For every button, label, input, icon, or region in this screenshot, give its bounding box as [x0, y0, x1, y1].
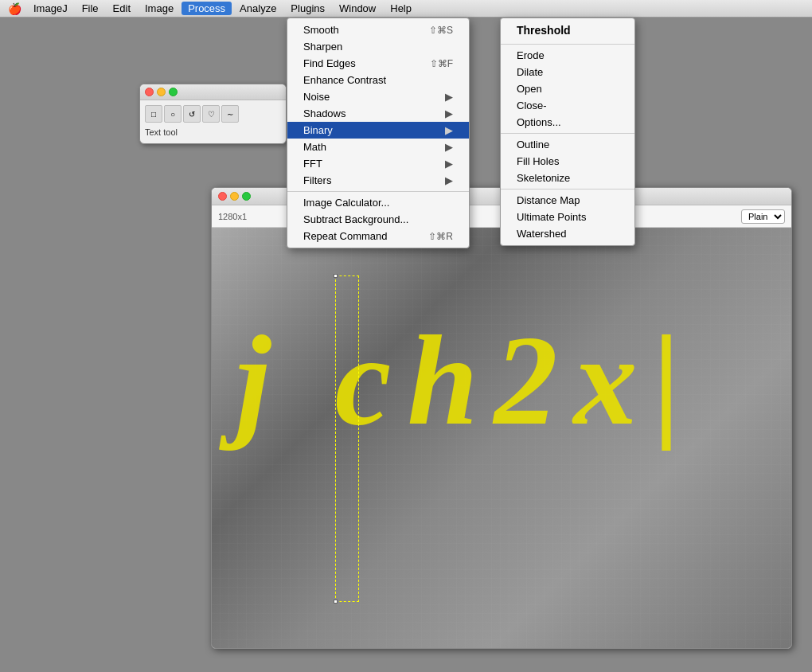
submenu-sep-1	[501, 44, 634, 45]
submenu-erode[interactable]: Erode	[501, 47, 634, 64]
tool-window: □ ○ ↺ ♡ ∼ Text tool	[139, 84, 287, 144]
maximize-button[interactable]	[169, 88, 178, 96]
menu-edit[interactable]: Edit	[107, 2, 137, 15]
selection-box[interactable]	[335, 275, 359, 602]
submenu-skeletonize[interactable]: Skeletonize	[501, 170, 634, 186]
menu-image[interactable]: Image	[139, 2, 180, 15]
menu-shadows[interactable]: Shadows ▶	[287, 105, 469, 122]
minimize-button[interactable]	[157, 88, 166, 96]
rotate-tool[interactable]: ↺	[183, 105, 201, 123]
menu-analyze[interactable]: Analyze	[233, 2, 283, 15]
menu-noise[interactable]: Noise ▶	[287, 88, 469, 105]
menubar: 🍎 ImageJ File Edit Image Process Analyze…	[0, 0, 812, 18]
rect-tool[interactable]: □	[145, 105, 162, 123]
menu-file[interactable]: File	[76, 2, 105, 15]
submenu-fill-holes[interactable]: Fill Holes	[501, 153, 634, 170]
image-window: 1280x1 Plain j ch2x|	[211, 187, 792, 649]
menu-smooth[interactable]: Smooth ⇧⌘S	[287, 21, 469, 38]
submenu-distance-map[interactable]: Distance Map	[501, 192, 634, 209]
menu-fft[interactable]: FFT ▶	[287, 155, 469, 172]
submenu-sep-3	[501, 189, 634, 189]
close-button[interactable]	[145, 88, 154, 96]
menu-sharpen[interactable]: Sharpen	[287, 38, 469, 55]
img-maximize-button[interactable]	[242, 192, 251, 201]
apple-menu[interactable]: 🍎	[6, 1, 22, 17]
menu-repeat-command[interactable]: Repeat Command ⇧⌘R	[287, 228, 469, 244]
tool-label: Text tool	[145, 126, 281, 139]
menu-image-calculator[interactable]: Image Calculator...	[287, 194, 469, 211]
submenu-sep-2	[501, 133, 634, 134]
menu-find-edges[interactable]: Find Edges ⇧⌘F	[287, 55, 469, 72]
menu-subtract-background[interactable]: Subtract Background...	[287, 211, 469, 228]
menu-math[interactable]: Math ▶	[287, 139, 469, 155]
submenu-close[interactable]: Close-	[501, 97, 634, 114]
oval-tool[interactable]: ○	[164, 105, 182, 123]
image-type-select[interactable]: Plain	[741, 209, 785, 224]
submenu-outline[interactable]: Outline	[501, 136, 634, 153]
selection-handle-bl[interactable]	[334, 600, 338, 604]
wave-tool[interactable]: ∼	[221, 105, 239, 123]
submenu-threshold[interactable]: Threshold	[501, 21, 634, 41]
menu-separator-1	[287, 191, 469, 192]
menu-imagej[interactable]: ImageJ	[27, 2, 74, 15]
menu-binary[interactable]: Binary ▶	[287, 122, 469, 139]
img-close-button[interactable]	[218, 192, 227, 201]
menu-process[interactable]: Process	[182, 2, 232, 15]
menu-plugins[interactable]: Plugins	[284, 2, 331, 15]
submenu-options[interactable]: Options...	[501, 114, 634, 131]
menu-enhance-contrast[interactable]: Enhance Contrast	[287, 72, 469, 88]
menu-help[interactable]: Help	[384, 2, 418, 15]
apple-icon: 🍎	[8, 2, 21, 15]
image-dimensions: 1280x1	[218, 212, 247, 221]
menu-window[interactable]: Window	[333, 2, 382, 15]
binary-submenu: Threshold Erode Dilate Open Close- Optio…	[500, 18, 635, 246]
selection-handle-tl[interactable]	[334, 274, 338, 278]
heart-tool[interactable]: ♡	[202, 105, 220, 123]
image-yellow-text: j ch2x|	[236, 307, 697, 455]
submenu-ultimate-points[interactable]: Ultimate Points	[501, 209, 634, 225]
img-minimize-button[interactable]	[230, 192, 239, 201]
image-canvas: j ch2x|	[212, 228, 791, 648]
submenu-dilate[interactable]: Dilate	[501, 64, 634, 80]
menu-filters[interactable]: Filters ▶	[287, 172, 469, 189]
tool-window-titlebar	[140, 84, 286, 100]
submenu-open[interactable]: Open	[501, 80, 634, 97]
process-dropdown: Smooth ⇧⌘S Sharpen Find Edges ⇧⌘F Enhanc…	[287, 18, 470, 248]
tool-window-content: □ ○ ↺ ♡ ∼ Text tool	[140, 100, 286, 143]
submenu-watershed[interactable]: Watershed	[501, 225, 634, 242]
tool-icons-row: □ ○ ↺ ♡ ∼	[145, 105, 281, 123]
